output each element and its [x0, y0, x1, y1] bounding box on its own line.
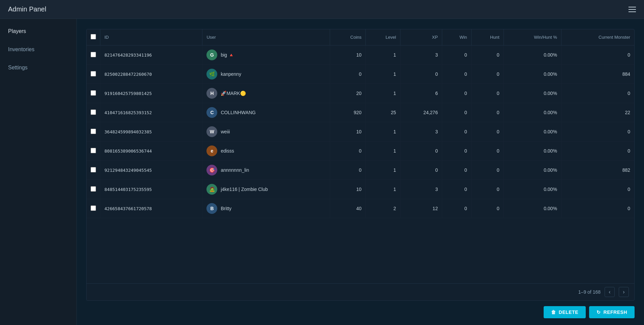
row-checkbox[interactable]	[91, 109, 96, 115]
row-id: 921294843249045545	[100, 161, 202, 180]
col-coins[interactable]: Coins	[330, 29, 366, 45]
col-level[interactable]: Level	[366, 29, 400, 45]
row-hunt: 0	[471, 65, 504, 84]
row-user: eedisss	[202, 141, 330, 161]
username: weiii	[221, 129, 230, 134]
refresh-icon: ↻	[597, 310, 601, 315]
header: Admin Panel	[0, 0, 644, 19]
row-hunt: 0	[471, 45, 504, 65]
row-winhunt: 0.00%	[504, 199, 561, 218]
row-user: Gbig 🔺	[202, 45, 330, 65]
col-monster[interactable]: Current Monster	[561, 29, 634, 45]
row-winhunt: 0.00%	[504, 161, 561, 180]
row-checkbox-cell	[87, 161, 100, 180]
row-coins: 10	[330, 180, 366, 199]
row-win: 0	[442, 84, 471, 103]
row-hunt: 0	[471, 103, 504, 122]
avatar: 🌿	[206, 69, 217, 79]
table-scroll-area[interactable]: ID User Coins Level	[87, 29, 634, 283]
row-xp: 3	[400, 45, 442, 65]
row-id: 364824599894032385	[100, 122, 202, 141]
select-all-checkbox[interactable]	[91, 34, 96, 39]
row-level: 1	[366, 161, 400, 180]
row-checkbox[interactable]	[91, 205, 96, 211]
col-win[interactable]: Win	[442, 29, 471, 45]
row-win: 0	[442, 65, 471, 84]
col-checkbox	[87, 29, 100, 45]
username: kanpenny	[221, 71, 241, 77]
row-win: 0	[442, 199, 471, 218]
row-id: 821476428293341196	[100, 45, 202, 65]
row-xp: 3	[400, 180, 442, 199]
sidebar: Players Inventories Settings	[0, 19, 77, 325]
row-checkbox[interactable]	[91, 148, 96, 153]
row-monster: 0	[561, 141, 634, 161]
row-level: 1	[366, 84, 400, 103]
row-checkbox[interactable]	[91, 167, 96, 172]
username: edisss	[221, 148, 234, 154]
page-title: Admin Panel	[8, 5, 46, 13]
row-win: 0	[442, 141, 471, 161]
row-winhunt: 0.00%	[504, 180, 561, 199]
row-hunt: 0	[471, 141, 504, 161]
row-checkbox[interactable]	[91, 52, 96, 57]
row-winhunt: 0.00%	[504, 65, 561, 84]
col-user[interactable]: User	[202, 29, 330, 45]
row-checkbox[interactable]	[91, 90, 96, 96]
body-layout: Players Inventories Settings I	[0, 19, 644, 325]
row-id: 825002288472260670	[100, 65, 202, 84]
row-id: 808165389006536744	[100, 141, 202, 161]
row-checkbox-cell	[87, 122, 100, 141]
row-user: Wweiii	[202, 122, 330, 141]
row-id: 919160425759801425	[100, 84, 202, 103]
row-checkbox[interactable]	[91, 71, 96, 76]
row-user: CCOLLINHWANG	[202, 103, 330, 122]
sidebar-item-players[interactable]: Players	[0, 22, 76, 40]
row-win: 0	[442, 161, 471, 180]
row-xp: 0	[400, 161, 442, 180]
pagination-info: 1–9 of 168	[578, 289, 601, 295]
table-row: 364824599894032385Wweiii1013000.00%0	[87, 122, 634, 141]
table-row: 410471616825393152CCOLLINHWANG9202524,27…	[87, 103, 634, 122]
table-row: 808165389006536744eedisss010000.00%0	[87, 141, 634, 161]
players-table: ID User Coins Level	[87, 29, 634, 218]
prev-page-button[interactable]: ‹	[605, 287, 615, 297]
row-checkbox-cell	[87, 65, 100, 84]
menu-icon[interactable]	[629, 7, 636, 12]
delete-button[interactable]: 🗑 DELETE	[544, 306, 586, 318]
row-checkbox-cell	[87, 199, 100, 218]
row-checkbox[interactable]	[91, 129, 96, 134]
avatar: W	[206, 126, 217, 137]
row-monster: 0	[561, 199, 634, 218]
row-level: 1	[366, 122, 400, 141]
username: j4ke116 | Zombie Club	[221, 187, 268, 192]
row-monster: 0	[561, 84, 634, 103]
row-id: 426658437661720578	[100, 199, 202, 218]
row-level: 1	[366, 45, 400, 65]
next-page-button[interactable]: ›	[619, 287, 629, 297]
sidebar-item-settings[interactable]: Settings	[0, 59, 76, 77]
table-body: 821476428293341196Gbig 🔺1013000.00%08250…	[87, 45, 634, 218]
avatar: 🎯	[206, 165, 217, 175]
row-checkbox[interactable]	[91, 186, 96, 192]
row-coins: 10	[330, 45, 366, 65]
row-winhunt: 0.00%	[504, 122, 561, 141]
col-id[interactable]: ID	[100, 29, 202, 45]
row-winhunt: 0.00%	[504, 103, 561, 122]
sidebar-item-inventories[interactable]: Inventories	[0, 40, 76, 59]
row-win: 0	[442, 45, 471, 65]
row-level: 1	[366, 141, 400, 161]
col-hunt[interactable]: Hunt	[471, 29, 504, 45]
row-winhunt: 0.00%	[504, 45, 561, 65]
row-coins: 0	[330, 161, 366, 180]
table-row: 821476428293341196Gbig 🔺1013000.00%0	[87, 45, 634, 65]
row-coins: 40	[330, 199, 366, 218]
players-table-container: ID User Coins Level	[86, 29, 635, 301]
refresh-button[interactable]: ↻ REFRESH	[589, 306, 635, 318]
col-xp[interactable]: XP	[400, 29, 442, 45]
col-winhunt[interactable]: Win/Hunt %	[504, 29, 561, 45]
row-id: 848514403175235595	[100, 180, 202, 199]
row-xp: 24,276	[400, 103, 442, 122]
main-content: ID User Coins Level	[77, 19, 644, 325]
table-row: 919160425759801425H🚀MARK🟡2016000.00%0	[87, 84, 634, 103]
